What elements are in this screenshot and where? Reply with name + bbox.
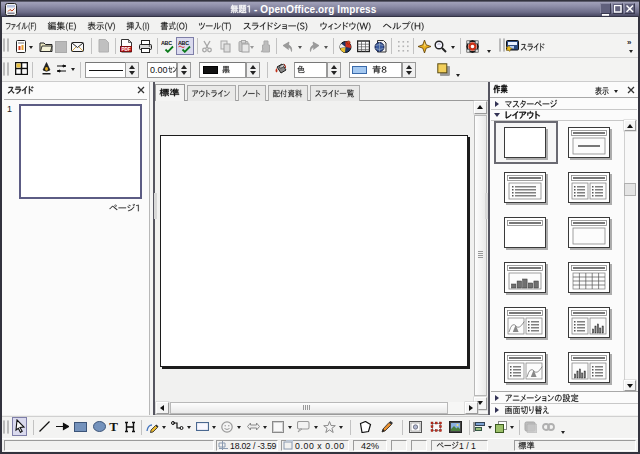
svg-text:ABC: ABC [161,40,172,46]
svg-text:PDF: PDF [121,47,130,52]
svg-text:T: T [109,420,118,432]
svg-text:ABC: ABC [178,40,189,46]
